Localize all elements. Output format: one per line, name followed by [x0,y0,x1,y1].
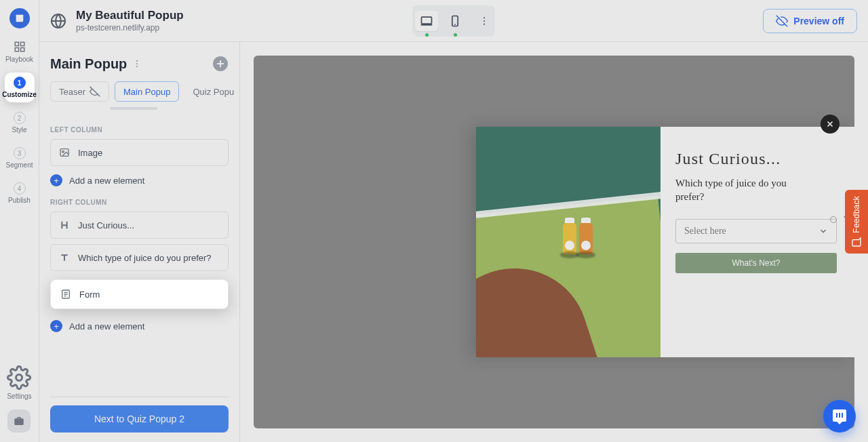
popup-cta-button[interactable]: What's Next? [675,253,837,273]
add-element-label: Add a new element [69,321,144,332]
device-desktop[interactable] [415,11,438,31]
gear-icon [7,365,31,390]
feedback-label: Feedback [852,196,861,233]
svg-rect-2 [15,48,18,52]
preview-canvas: Just Curious... Which type of juice do y… [240,42,868,442]
setup-steps: 1 Customize 2 Style 3 Segment 4 Publish [0,77,39,204]
editor-panel: Main Popup Teaser Main Popup Quiz Popu L… [39,42,240,442]
svg-point-13 [136,66,138,67]
close-icon [825,119,835,129]
panel-menu[interactable] [132,59,142,68]
step-label: Publish [8,197,31,204]
add-element-right[interactable]: + Add a new element [50,320,229,332]
step-number: 4 [14,182,26,195]
rail-settings-label: Settings [7,393,31,400]
intercom-icon [831,408,848,424]
preview-label: Preview off [793,16,844,26]
element-heading[interactable]: Just Curious... [50,212,229,239]
title-block: My Beautiful Popup ps-testceren.netlify.… [76,9,184,33]
app-logo[interactable] [9,8,30,28]
svg-point-9 [484,20,485,21]
svg-point-11 [136,60,138,62]
text-icon [59,252,70,263]
svg-point-4 [16,374,22,380]
step-label: Segment [5,161,33,169]
next-step-button[interactable]: Next to Quiz Popup 2 [50,405,229,433]
chat-icon [851,237,862,247]
element-label: Form [79,289,100,300]
step-customize[interactable]: 1 Customize [3,77,37,98]
svg-rect-6 [422,17,432,24]
device-more[interactable] [476,8,492,34]
element-label: Image [78,148,102,158]
section-left-column: LEFT COLUMN [50,126,229,134]
globe-icon[interactable] [50,13,66,29]
image-icon [59,147,70,158]
svg-rect-0 [15,42,18,45]
step-number: 3 [14,147,26,159]
select-placeholder: Select here [684,226,726,237]
step-style[interactable]: 2 Style [3,112,37,134]
step-number: 1 [14,77,26,89]
device-mobile[interactable] [443,11,467,31]
rail-workspace[interactable] [7,409,31,433]
element-form[interactable]: Form [50,279,229,309]
cta-label: What's Next? [732,258,781,268]
svg-point-12 [136,63,138,64]
add-step-button[interactable] [212,56,229,72]
tab-teaser[interactable]: Teaser [50,81,109,102]
chevron-down-icon [818,226,828,236]
popup-question: Which type of juice do you prefer? [675,176,811,204]
svg-rect-3 [20,48,24,52]
step-tabs: Teaser Main Popup Quiz Popu [50,81,229,102]
popup-select[interactable]: Select here [675,219,837,243]
top-bar: My Beautiful Popup ps-testceren.netlify.… [39,0,868,42]
popup-preview: Just Curious... Which type of juice do y… [476,127,854,357]
element-label: Which type of juice do you prefer? [78,253,212,263]
laptop-icon [420,14,433,28]
svg-rect-1 [20,42,24,45]
tab-label: Teaser [59,87,85,97]
heading-icon [59,220,70,230]
eye-off-icon [776,15,788,27]
popup-close-button[interactable] [821,115,840,134]
svg-point-8 [484,17,485,18]
step-label: Customize [2,91,37,98]
popup-image [476,127,660,357]
rail-playbook[interactable]: Playbook [5,41,35,63]
element-image[interactable]: Image [50,139,229,166]
grid-icon [14,41,26,53]
next-label: Next to Quiz Popup 2 [94,414,184,424]
svg-point-10 [484,23,485,24]
popup-heading: Just Curious... [675,150,837,168]
tabs-scrollbar[interactable] [110,107,157,110]
site-url: ps-testceren.netlify.app [76,23,184,33]
step-label: Style [12,126,26,134]
plus-icon: + [50,320,62,332]
preview-frame: Just Curious... Which type of juice do y… [254,56,854,428]
kebab-icon [479,16,490,26]
add-element-label: Add a new element [69,176,144,186]
tab-main-popup[interactable]: Main Popup [115,81,179,102]
rail-playbook-label: Playbook [5,56,33,63]
plus-icon: + [50,174,62,186]
logo-icon [14,13,25,24]
eye-off-icon [90,86,100,97]
step-segment[interactable]: 3 Segment [3,147,37,169]
element-label: Just Curious... [78,220,134,230]
section-right-column: RIGHT COLUMN [50,199,229,206]
add-element-left[interactable]: + Add a new element [50,174,229,186]
feedback-tab[interactable]: Feedback [845,190,868,254]
rail-settings[interactable]: Settings [7,365,31,400]
element-text[interactable]: Which type of juice do you prefer? [50,244,229,271]
kebab-icon [132,59,142,68]
chat-fab[interactable] [823,400,856,433]
required-indicator: * [830,216,837,223]
tab-quiz-popup[interactable]: Quiz Popu [184,81,234,102]
left-rail: Playbook 1 Customize 2 Style 3 Segment 4… [0,0,39,442]
preview-toggle[interactable]: Preview off [763,9,857,33]
briefcase-icon [13,415,25,427]
step-publish[interactable]: 4 Publish [3,182,37,204]
step-number: 2 [14,112,26,124]
panel-title: Main Popup [50,56,127,72]
